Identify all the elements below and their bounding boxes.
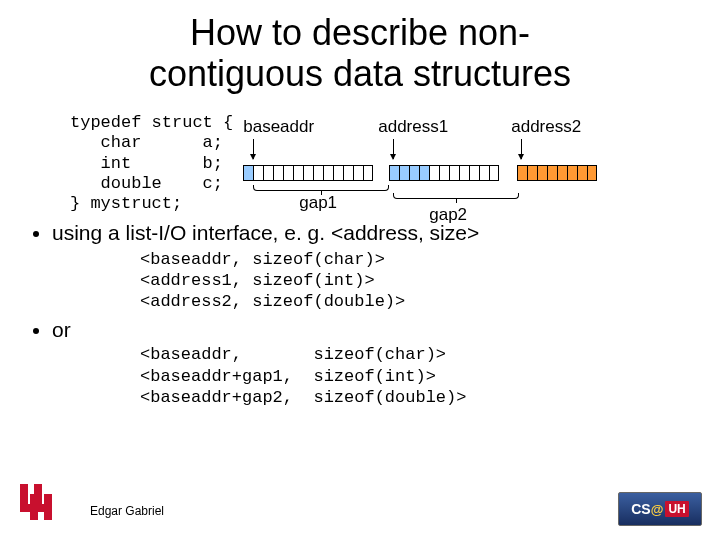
slide-title: How to describe non- contiguous data str…: [0, 0, 720, 95]
title-line-1: How to describe non-: [190, 12, 530, 53]
listio2-l3: <baseaddr+gap2, sizeof(double)>: [140, 388, 466, 407]
mem-segment-double: [517, 165, 597, 181]
mem-segment-char: [243, 165, 373, 181]
listio2-l1: <baseaddr, sizeof(char)>: [140, 345, 446, 364]
arrow-address1: [393, 139, 394, 159]
listio-l1: <baseaddr, sizeof(char)>: [140, 250, 385, 269]
uh-logo-icon: [16, 480, 60, 528]
code-l2: char a;: [70, 133, 223, 152]
bullet-list-1: using a list-I/O interface, e. g. <addre…: [52, 221, 720, 245]
bullet-listio: using a list-I/O interface, e. g. <addre…: [52, 221, 720, 245]
struct-code: typedef struct { char a; int b; double c…: [70, 113, 233, 215]
uh-badge: UH: [665, 501, 688, 517]
brace-gap1: [253, 185, 389, 191]
listio2-l2: <baseaddr+gap1, sizeof(int)>: [140, 367, 436, 386]
listio-block-1: <baseaddr, sizeof(char)> <address1, size…: [140, 249, 720, 313]
listio-l3: <address2, sizeof(double)>: [140, 292, 405, 311]
svg-rect-5: [30, 504, 52, 512]
title-line-2: contiguous data structures: [149, 53, 571, 94]
at-icon: @: [651, 502, 664, 517]
cs-text: CS: [631, 501, 650, 517]
brace-gap2: [393, 193, 519, 199]
mem-segment-int: [389, 165, 499, 181]
code-l3: int b;: [70, 154, 223, 173]
cs-at-uh-logo: CS@UH: [618, 492, 702, 526]
arrow-baseaddr: [253, 139, 254, 159]
code-l1: typedef struct {: [70, 113, 233, 132]
bullet-or: or: [52, 318, 720, 342]
listio-block-2: <baseaddr, sizeof(char)> <baseaddr+gap1,…: [140, 344, 720, 408]
footer: Edgar Gabriel CS@UH: [0, 486, 720, 532]
memory-diagram: baseaddr address1 address2 gap1 gap2: [243, 123, 663, 213]
code-l5: } mystruct;: [70, 194, 182, 213]
label-gap2: gap2: [429, 205, 467, 225]
code-l4: double c;: [70, 174, 223, 193]
label-baseaddr: baseaddr: [243, 117, 314, 137]
bullet-list-2: or: [52, 318, 720, 342]
arrow-address2: [521, 139, 522, 159]
label-address2: address2: [511, 117, 581, 137]
label-address1: address1: [378, 117, 448, 137]
top-row: typedef struct { char a; int b; double c…: [0, 113, 720, 215]
label-gap1: gap1: [299, 193, 337, 213]
author-name: Edgar Gabriel: [90, 504, 164, 518]
listio-l2: <address1, sizeof(int)>: [140, 271, 375, 290]
